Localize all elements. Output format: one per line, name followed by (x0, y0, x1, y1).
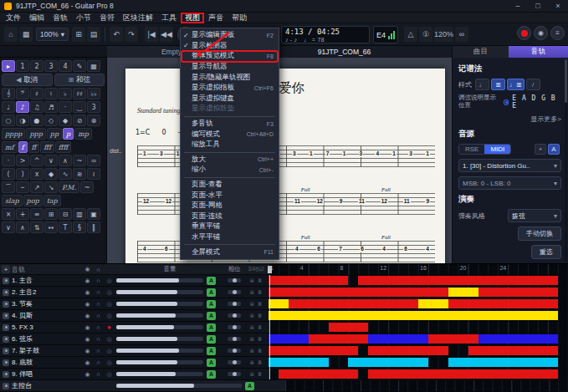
palette-tool[interactable]: ♯ (30, 88, 43, 99)
palette-tool[interactable]: ◇ (44, 115, 58, 126)
volume-slider[interactable] (116, 325, 203, 329)
track-options-icons[interactable]: ≣ ⅲ (243, 289, 269, 296)
automation-button[interactable]: A (207, 335, 216, 344)
undo-button[interactable]: ↶ (110, 27, 123, 42)
palette-tool[interactable]: P.M. (59, 181, 79, 193)
zoom-control[interactable]: 100% ▾ (36, 28, 69, 41)
track-row[interactable]: 6. 弦乐◉∩◎A≣ ⅲ (0, 333, 568, 345)
automation-button[interactable]: A (207, 277, 216, 285)
master-volume-slider[interactable] (116, 384, 242, 388)
palette-tool[interactable]: pp (47, 128, 62, 140)
pan-slider[interactable] (228, 372, 241, 376)
palette-tool[interactable]: ○ (2, 115, 15, 126)
track-timeline[interactable] (269, 275, 568, 286)
palette-tool[interactable]: ↘ (44, 181, 58, 193)
track-row[interactable]: 1. 主音◉∩◎A≣ ⅲ (0, 275, 568, 287)
view-menu-item[interactable]: 缩放工具 (181, 140, 279, 150)
tab-track[interactable]: 音轨 (509, 46, 568, 58)
volume-slider[interactable] (116, 302, 203, 306)
view-menu-item[interactable]: 页面-网格 (181, 201, 279, 211)
automation-button[interactable]: A (245, 382, 254, 390)
palette-tool[interactable]: ♩ (2, 101, 15, 113)
count-in-icon[interactable]: ① (419, 27, 432, 42)
view-menu-item[interactable]: 页面-水平 (181, 190, 279, 201)
pan-slider[interactable] (228, 349, 241, 353)
reselect-button[interactable]: 重选 (531, 245, 561, 259)
maximize-button[interactable]: □ (528, 0, 548, 12)
headphone-icon[interactable]: ∩ (93, 324, 104, 330)
notation-style-button[interactable]: ♩≣ (507, 79, 525, 90)
palette-tool[interactable]: ffff (55, 141, 71, 153)
palette-tool[interactable]: > (16, 155, 29, 166)
palette-tool[interactable]: ♭ (59, 88, 72, 99)
volume-slider[interactable] (116, 349, 203, 353)
palette-tool[interactable]: ⌒ (2, 181, 15, 193)
view-menu-item[interactable]: 全屏模式F11 (181, 247, 279, 257)
master-track-row[interactable]: 主控台 A (0, 380, 568, 392)
redo-button[interactable]: ↷ (125, 27, 138, 42)
pan-slider[interactable] (228, 337, 241, 341)
view-menu-item[interactable]: 页面-查看 (181, 180, 279, 191)
view-menu-item[interactable]: 显示虚拟指板Ctrl+F6 (181, 83, 279, 94)
visibility-eye-icon[interactable]: ◉ (82, 371, 93, 378)
automation-button[interactable]: A (207, 347, 216, 355)
track-timeline[interactable] (269, 298, 568, 309)
palette-tool[interactable]: · (59, 101, 72, 113)
headphone-icon[interactable]: ∩ (93, 301, 104, 307)
rewind-button[interactable]: ◀◀ (160, 27, 173, 42)
palette-tool[interactable]: 3 (44, 60, 58, 72)
menubar-item[interactable]: 小节 (72, 13, 95, 23)
speed-trainer-value[interactable]: 120% (434, 27, 453, 42)
track-row[interactable]: 8. 底鼓◉∩◎A≣ ⅲ (0, 357, 568, 369)
headphone-icon[interactable]: ∩ (93, 336, 104, 342)
settings-icon[interactable]: ≡ (550, 26, 565, 40)
automation-button[interactable]: A (207, 300, 216, 308)
palette-tool[interactable]: 𝄞 (2, 88, 15, 99)
go-to-start-button[interactable]: |◀ (145, 27, 158, 42)
close-button[interactable]: × (548, 0, 568, 12)
palette-tool[interactable]: ♮ (44, 88, 58, 99)
track-options-icons[interactable]: ≣ ⅲ (243, 324, 269, 331)
palette-tool[interactable]: ⊗ (87, 115, 100, 126)
pan-slider[interactable] (228, 360, 241, 364)
headphone-icon[interactable]: ∩ (93, 371, 104, 377)
measure-ruler[interactable]: 14812162024 (269, 264, 568, 274)
menubar-item[interactable]: 音轨 (49, 13, 72, 23)
palette-tool[interactable]: fff (40, 141, 54, 153)
track-timeline[interactable] (269, 310, 568, 321)
visibility-eye-icon[interactable]: ◉ (82, 324, 93, 331)
record-arm-icon[interactable]: ◎ (104, 289, 115, 296)
playhead[interactable] (269, 275, 270, 379)
microphone-icon[interactable]: ◉ (534, 26, 548, 40)
add-sound-button[interactable]: + (535, 144, 546, 155)
play-style-select[interactable]: 拨弦 ▾ (508, 209, 561, 222)
palette-tool[interactable]: ∿ (59, 168, 72, 180)
menubar-item[interactable]: 帮助 (228, 13, 251, 23)
loop-icon[interactable]: ∞ (455, 27, 468, 42)
rse-button[interactable]: RSE (459, 145, 484, 154)
palette-tool[interactable]: ∨ (2, 221, 15, 233)
volume-slider[interactable] (116, 313, 203, 318)
track-options-icons[interactable]: ≣ ⅲ (243, 301, 269, 308)
palette-tool[interactable]: ~ (73, 155, 86, 166)
palette-tool[interactable]: · (2, 155, 15, 166)
palette-tool[interactable]: ff (28, 141, 40, 153)
palette-tool[interactable]: ≋ (73, 168, 86, 180)
track-timeline[interactable] (269, 345, 568, 356)
palette-tool[interactable]: ▥ (73, 208, 86, 220)
visibility-eye-icon[interactable]: ◉ (82, 348, 93, 354)
palette-tool[interactable]: ~ (80, 181, 94, 193)
track-options-icons[interactable]: ≣ ⅲ (243, 313, 269, 319)
menubar-item[interactable]: 音符 (95, 13, 119, 23)
track-options-icons[interactable]: ≣ ⅲ (243, 336, 269, 343)
headphone-icon[interactable]: ∩ (93, 277, 104, 283)
palette-tool[interactable]: ⊞ (44, 208, 58, 220)
headphone-icon[interactable]: ∩ (93, 359, 104, 365)
palette-tool[interactable]: ↔ (44, 221, 58, 233)
track-timeline[interactable] (269, 369, 568, 379)
volume-slider[interactable] (116, 372, 203, 376)
track-row[interactable]: 9. 伴唱◉∩◎A≣ ⅲ (0, 369, 568, 380)
automation-button[interactable]: A (548, 144, 560, 155)
palette-tool[interactable]: ≈ (87, 155, 100, 166)
view-menu-item[interactable]: 编写模式Ctrl+Alt+D (181, 129, 279, 140)
